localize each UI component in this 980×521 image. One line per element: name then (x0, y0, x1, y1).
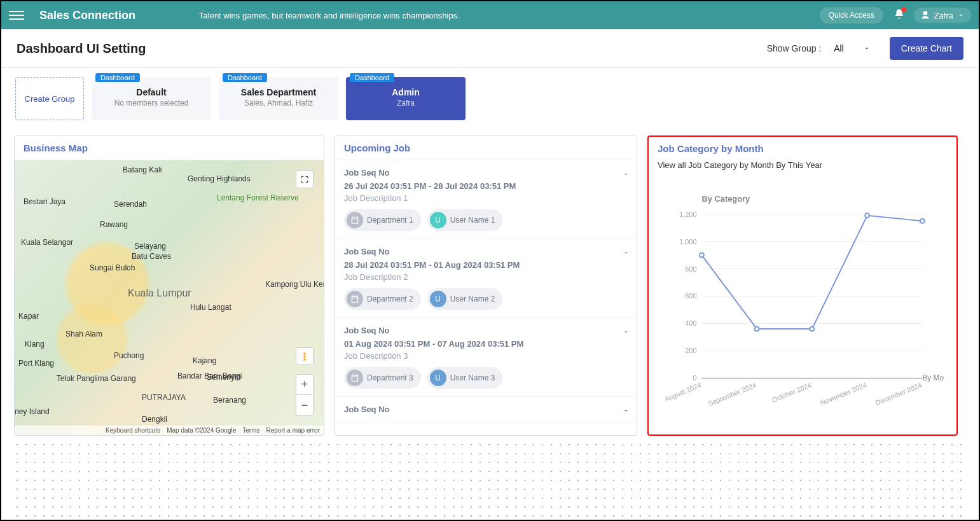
upcoming-job-panel: Upcoming Job Job Seq No-26 Jul 2024 03:5… (335, 135, 637, 436)
map-place-label: Kapar (18, 312, 39, 321)
page-header: Dashboard UI Setting Show Group : All Cr… (1, 29, 979, 68)
dashboard-group-card[interactable]: DashboardSales DepartmentSales, Ahmad, H… (219, 77, 338, 120)
department-tag[interactable]: Department 2 (344, 288, 421, 310)
map-place-label: PUTRAJAYA (142, 393, 186, 402)
map-canvas[interactable]: Batang Kali Genting Highlands Lentang Fo… (15, 160, 324, 435)
department-tag[interactable]: Department 3 (344, 367, 421, 389)
job-seq-no: Job Seq No (344, 405, 628, 414)
dashboard-badge: Dashboard (95, 73, 140, 82)
highlight-badge: 6 (647, 135, 649, 149)
svg-point-26 (810, 327, 814, 331)
job-collapse-dash[interactable]: - (625, 247, 628, 258)
map-place-label: Puchong (114, 351, 144, 360)
tagline: Talent wins games, but teamwork and inte… (199, 11, 820, 20)
map-place-label: Dengkil (142, 415, 167, 424)
map-place-label: Semenyih (207, 373, 240, 382)
svg-point-28 (920, 219, 925, 223)
map-place-label: Batang Kali (123, 165, 162, 174)
job-seq-no: Job Seq No (344, 326, 628, 335)
department-tag[interactable]: Department 1 (344, 209, 421, 231)
user-avatar-icon: U (430, 291, 446, 307)
chevron-down-icon (863, 45, 871, 52)
panel-header: Upcoming Job (335, 136, 637, 160)
map-place-label: Kampong Ulu Kenaboi (265, 280, 324, 289)
user-menu[interactable]: Zafra (914, 8, 971, 23)
map-place-label: Selayang (134, 242, 166, 251)
calendar-icon (347, 291, 363, 307)
svg-text:400: 400 (685, 319, 696, 327)
map-zoom-in-button[interactable]: + (296, 375, 313, 395)
menu-icon[interactable] (9, 8, 24, 23)
map-credits: Keyboard shortcuts Map data ©2024 Google… (15, 426, 324, 435)
job-collapse-dash[interactable]: - (625, 168, 628, 179)
svg-rect-1 (304, 355, 306, 358)
job-item[interactable]: Job Seq No- (335, 397, 637, 422)
map-place-label: Hulu Langat (190, 303, 231, 312)
map-place-label: Rawang (100, 220, 128, 229)
job-tags: Department 1UUser Name 1 (344, 209, 628, 231)
job-seq-no: Job Seq No (344, 168, 628, 177)
map-place-label: Genting Highlands (188, 174, 251, 183)
department-name: Department 3 (367, 373, 413, 382)
dashboard-group-card[interactable]: DashboardDefaultNo members selected (92, 77, 211, 120)
map-report-link[interactable]: Report a map error (266, 427, 320, 434)
panel-title: Upcoming Job (344, 142, 628, 153)
svg-point-27 (865, 213, 869, 218)
map-pegman-button[interactable] (296, 347, 314, 365)
job-seq-no: Job Seq No (344, 247, 628, 256)
show-group-select[interactable]: All (827, 39, 877, 57)
map-data-credit: Map data ©2024 Google (167, 427, 236, 434)
quick-access-button[interactable]: Quick Access (820, 7, 883, 24)
job-item[interactable]: Job Seq No-01 Aug 2024 03:51 PM - 07 Aug… (335, 318, 637, 397)
job-item[interactable]: Job Seq No-26 Jul 2024 03:51 PM - 28 Jul… (335, 160, 637, 239)
job-description: Job Description 2 (344, 272, 628, 282)
panel-title: Business Map (24, 142, 315, 153)
svg-text:October 2024: October 2024 (771, 381, 813, 404)
jobs-list[interactable]: Job Seq No-26 Jul 2024 03:51 PM - 28 Jul… (335, 160, 637, 435)
panel-header: Job Category by Month (649, 137, 956, 160)
user-name: User Name 1 (450, 216, 495, 225)
business-map-panel: Business Map Batang Kali Genting Highlan… (14, 135, 324, 436)
create-group-button[interactable]: Create Group (15, 77, 84, 120)
user-tag[interactable]: UUser Name 2 (427, 288, 503, 310)
create-chart-button[interactable]: Create Chart (890, 37, 963, 60)
panels-row: Business Map Batang Kali Genting Highlan… (1, 129, 979, 447)
svg-point-24 (700, 253, 704, 258)
map-place-label: Kajang (193, 356, 216, 365)
user-tag[interactable]: UUser Name 1 (427, 209, 503, 231)
dashboard-card-sub: Zafra (352, 99, 459, 108)
dashboard-group-card[interactable]: DashboardAdminZafra (346, 77, 466, 120)
map-place-label: ney Island (15, 407, 50, 416)
user-avatar-icon: U (430, 370, 446, 386)
job-time: 26 Jul 2024 03:51 PM - 28 Jul 2024 03:51… (344, 181, 628, 191)
job-tags: Department 2UUser Name 2 (344, 288, 628, 310)
job-time: 28 Jul 2024 03:51 PM - 01 Aug 2024 03:51… (344, 260, 628, 270)
job-item[interactable]: Job Seq No-28 Jul 2024 03:51 PM - 01 Aug… (335, 239, 637, 318)
svg-point-0 (303, 352, 306, 355)
job-collapse-dash[interactable]: - (625, 405, 628, 416)
user-tag[interactable]: UUser Name 3 (427, 367, 503, 389)
chart-canvas: By Category02004006008001,0001,200August… (649, 175, 956, 436)
map-place-label: Beranang (213, 396, 246, 405)
map-zoom-out-button[interactable]: − (296, 395, 313, 415)
notifications-button[interactable] (894, 8, 905, 22)
dotted-background (13, 440, 967, 517)
svg-text:By Category: By Category (701, 194, 750, 204)
job-description: Job Description 3 (344, 351, 628, 361)
map-fullscreen-button[interactable] (296, 170, 314, 188)
map-keyboard-shortcuts[interactable]: Keyboard shortcuts (106, 427, 160, 434)
map-place-label: Sungai Buloh (90, 263, 135, 272)
calendar-icon (347, 212, 363, 228)
calendar-icon (347, 370, 363, 386)
notification-dot (901, 7, 906, 12)
map-terms-link[interactable]: Terms (242, 427, 259, 434)
svg-text:August 2024: August 2024 (663, 381, 702, 403)
dashboard-card-sub: No members selected (98, 99, 205, 108)
job-collapse-dash[interactable]: - (625, 326, 628, 337)
svg-text:200: 200 (685, 347, 696, 354)
brand: Sales Connection (39, 9, 135, 22)
panel-title: Job Category by Month (658, 143, 948, 154)
show-group-value: All (834, 43, 844, 53)
user-name: User Name 2 (450, 295, 495, 303)
dashboard-card-sub: Sales, Ahmad, Hafiz (225, 99, 332, 108)
